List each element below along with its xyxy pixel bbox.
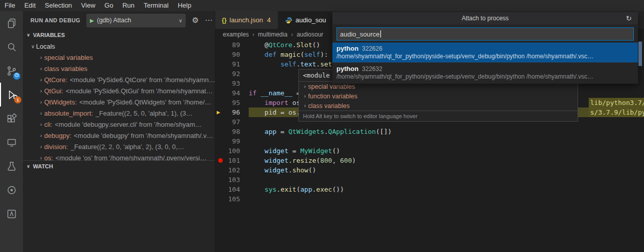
testing-icon[interactable]: [0, 154, 23, 178]
quickpick-input[interactable]: audio_source: [336, 27, 634, 41]
chevron-right-icon: ›: [291, 31, 293, 38]
code-text: [249, 136, 644, 146]
menu-help[interactable]: Help: [173, 0, 196, 11]
variable-row[interactable]: ›debugpy:<module 'debugpy' from '/home/s…: [23, 130, 215, 141]
hover-tree-row[interactable]: ›class variables: [299, 101, 578, 111]
menu-go[interactable]: Go: [100, 0, 118, 11]
extensions-icon[interactable]: [0, 106, 23, 130]
scm-sync-badge: [13, 73, 20, 80]
line-number: 89: [227, 40, 240, 50]
process-list-item[interactable]: python322626/home/shyamnath/qt_for_pytho…: [332, 43, 638, 62]
live-status-icon[interactable]: [0, 178, 23, 202]
source-control-icon[interactable]: [0, 59, 23, 83]
chevron-right-icon: ›: [252, 31, 254, 38]
line-number: 102: [227, 165, 240, 175]
code-text: [249, 175, 644, 185]
code-line-100[interactable]: 100 widget = MyWidget(): [215, 146, 644, 156]
scope-locals[interactable]: ∨ Locals: [23, 41, 215, 52]
chevron-down-icon: ∨: [179, 18, 182, 23]
chevron-down-icon: ∨: [26, 32, 31, 38]
menu-selection[interactable]: Selection: [40, 0, 76, 11]
breadcrumb-item[interactable]: multimedia: [258, 31, 287, 38]
code-text: [249, 194, 644, 204]
activity-bar: 1: [0, 11, 23, 252]
variable-row[interactable]: ›QtGui:<module 'PySide6.QtGui' from '/ho…: [23, 85, 215, 96]
search-icon[interactable]: [0, 35, 23, 59]
code-line-103[interactable]: 103: [215, 175, 644, 185]
variable-row[interactable]: ›special variables: [23, 52, 215, 63]
inline-debug-value: s/3.7.9/lib/pyth: [589, 107, 644, 117]
python-file-icon: [285, 17, 292, 24]
line-number: 94: [227, 88, 240, 98]
hover-tree-row[interactable]: ›function variables: [299, 91, 578, 101]
launch-config-select[interactable]: ▶ (gdb) Attach ∨: [86, 14, 186, 27]
code-line-105[interactable]: 105: [215, 194, 644, 204]
line-number: 97: [227, 117, 240, 127]
tab-launch-json[interactable]: {} launch.json 4: [215, 11, 278, 29]
refresh-icon[interactable]: ↻: [626, 12, 632, 24]
chevron-down-icon: ∨: [26, 164, 31, 169]
menu-view[interactable]: View: [77, 0, 100, 11]
line-number: 91: [227, 59, 240, 69]
line-number: 90: [227, 50, 240, 59]
line-number: 96: [227, 107, 240, 117]
line-number: 104: [227, 185, 240, 194]
tab-audio-source[interactable]: audio_sou: [278, 11, 333, 29]
quickpick-scrollbar-thumb[interactable]: [638, 42, 642, 66]
tab-problems-badge: 4: [267, 16, 270, 24]
code-line-101[interactable]: 101 widget.resize(800, 600): [215, 156, 644, 165]
debug-current-line-arrow-icon: ▶: [217, 107, 220, 117]
line-number: 100: [227, 146, 240, 156]
code-text: widget.show(): [249, 165, 644, 175]
debug-badge: 1: [14, 96, 21, 103]
process-list-item[interactable]: python322632/home/shyamnath/qt_for_pytho…: [332, 62, 638, 83]
code-line-98[interactable]: 98 app = QtWidgets.QApplication([]): [215, 127, 644, 136]
quickpick-title: Attach to process ↻: [332, 12, 638, 24]
variables-section-header[interactable]: ∨ VARIABLES: [23, 29, 215, 41]
code-text: widget.resize(800, 600): [249, 156, 644, 165]
line-number: 98: [227, 127, 240, 136]
line-number: 101: [227, 156, 240, 165]
variables-tree: ∨ Locals ›special variables›class variab…: [23, 41, 215, 160]
line-number: 99: [227, 136, 240, 146]
menu-file[interactable]: File: [0, 0, 20, 11]
watch-section-header[interactable]: ∨ WATCH: [23, 160, 215, 172]
inline-debug-value: lib/python3.7/os: [589, 98, 644, 107]
box-a-icon[interactable]: [0, 202, 23, 226]
variable-row[interactable]: ›division:_Feature((2, 2, 0, 'alpha', 2)…: [23, 141, 215, 152]
variable-row[interactable]: ›class variables: [23, 63, 215, 74]
json-file-icon: {}: [222, 17, 226, 24]
menu-edit[interactable]: Edit: [20, 0, 40, 11]
code-line-102[interactable]: 102 widget.show(): [215, 165, 644, 175]
vscode-window: FileEditSelectionViewGoRunTerminalHelp 1: [0, 0, 644, 252]
code-line-104[interactable]: 104 sys.exit(app.exec()): [215, 185, 644, 194]
line-number: 103: [227, 175, 240, 185]
code-text: app = QtWidgets.QApplication([]): [249, 127, 644, 136]
menu-bar: FileEditSelectionViewGoRunTerminalHelp: [0, 0, 644, 11]
breakpoint-icon[interactable]: [218, 158, 223, 163]
attach-to-process-quickpick: Attach to process ↻ audio_source python3…: [332, 12, 638, 84]
gear-icon[interactable]: ⚙: [192, 16, 198, 25]
code-line-99[interactable]: 99: [215, 136, 644, 146]
variable-row[interactable]: ›absolute_import:_Feature((2, 5, 0, 'alp…: [23, 107, 215, 119]
breadcrumb-item[interactable]: audiosour: [296, 31, 323, 38]
variable-row[interactable]: ›cli:<module 'debugpy.server.cli' from '…: [23, 119, 215, 130]
line-number: 105: [227, 194, 240, 204]
code-text: widget = MyWidget(): [249, 146, 644, 156]
variable-row[interactable]: ›QtWidgets:<module 'PySide6.QtWidgets' f…: [23, 96, 215, 107]
run-and-debug-icon[interactable]: 1: [0, 83, 24, 106]
explorer-icon[interactable]: [0, 11, 23, 35]
start-debug-icon[interactable]: ▶: [90, 18, 94, 23]
line-number: 95: [227, 98, 240, 107]
run-and-debug-panel: RUN AND DEBUG ▶ (gdb) Attach ∨ ⚙ ⋯ ∨ VAR…: [23, 11, 215, 252]
remote-explorer-icon[interactable]: [0, 130, 23, 154]
more-actions-icon[interactable]: ⋯: [205, 16, 213, 25]
code-text: sys.exit(app.exec()): [249, 185, 644, 194]
text-caret: [380, 30, 381, 38]
variable-row[interactable]: ›os:<module 'os' from '/home/shyamnath/.…: [23, 152, 215, 160]
menu-terminal[interactable]: Terminal: [139, 0, 173, 11]
hover-hint: Hold Alt key to switch to editor languag…: [299, 111, 578, 121]
variable-row[interactable]: ›QtCore:<module 'PySide6.QtCore' from '/…: [23, 74, 215, 85]
menu-run[interactable]: Run: [118, 0, 139, 11]
breadcrumb-item[interactable]: examples: [223, 31, 249, 38]
